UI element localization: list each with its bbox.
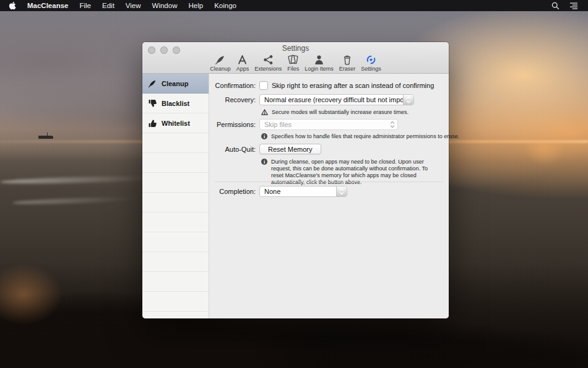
documents-icon bbox=[287, 53, 299, 65]
confirmation-label: Confirmation: bbox=[209, 82, 256, 89]
permissions-info: i Specifies how to handle files that req… bbox=[261, 133, 444, 140]
settings-pane: Confirmation: Skip right to erasing afte… bbox=[209, 74, 449, 318]
permissions-row: Permissions: Skip files bbox=[209, 119, 444, 130]
desktop: MacCleanse File Edit View Window Help Ko… bbox=[0, 0, 588, 368]
toolbar-item-settings[interactable]: Settings bbox=[361, 53, 381, 72]
confirmation-row: Confirmation: Skip right to erasing afte… bbox=[209, 81, 444, 90]
permissions-popup[interactable]: Skip files bbox=[259, 119, 398, 130]
apple-menu-icon[interactable] bbox=[9, 1, 16, 10]
permissions-label: Permissions: bbox=[209, 121, 256, 128]
menu-item-edit[interactable]: Edit bbox=[102, 0, 115, 11]
window-body: Cleanup Blacklist Whitelist bbox=[142, 74, 449, 318]
thumbs-down-icon bbox=[148, 99, 157, 108]
trash-icon bbox=[342, 53, 352, 65]
recovery-label: Recovery: bbox=[209, 96, 256, 103]
spotlight-search-icon[interactable] bbox=[551, 2, 560, 10]
info-icon: i bbox=[261, 159, 267, 165]
toolbar-item-eraser[interactable]: Eraser bbox=[339, 53, 356, 72]
menu-item-window[interactable]: Window bbox=[152, 0, 178, 11]
auto-quit-row: Auto-Quit: Reset Memory bbox=[209, 144, 444, 154]
section-divider bbox=[215, 182, 443, 182]
sidebar-empty-rows bbox=[142, 133, 209, 318]
toolbar-label: Login Items bbox=[305, 66, 334, 72]
toolbar-label: Eraser bbox=[339, 66, 356, 72]
feather-icon bbox=[215, 53, 225, 65]
recovery-popup-value: Normal erasure (recovery difficult but n… bbox=[260, 96, 403, 103]
person-icon bbox=[314, 53, 324, 65]
sunset-glow bbox=[517, 142, 573, 192]
completion-row: Completion: None bbox=[209, 186, 444, 197]
popup-stepper-icon bbox=[387, 120, 397, 129]
toolbar-item-apps[interactable]: Apps bbox=[236, 53, 249, 72]
sidebar-item-label: Whitelist bbox=[162, 120, 190, 127]
wave-foam bbox=[0, 175, 155, 185]
boat-silhouette bbox=[38, 136, 53, 139]
menu-item-koingo[interactable]: Koingo bbox=[214, 0, 236, 11]
popup-stepper-icon bbox=[403, 95, 413, 105]
window-titlebar: Settings Cleanup Apps bbox=[142, 42, 449, 74]
wave-foam bbox=[12, 196, 136, 206]
sidebar: Cleanup Blacklist Whitelist bbox=[142, 74, 209, 318]
completion-label: Completion: bbox=[209, 188, 256, 195]
warning-text: Secure modes will substantially increase… bbox=[272, 109, 409, 116]
checkbox-label[interactable]: Skip right to erasing after a scan inste… bbox=[272, 82, 434, 89]
orbit-sync-icon bbox=[366, 53, 376, 65]
recovery-warning: Secure modes will substantially increase… bbox=[261, 109, 444, 116]
menu-bar: MacCleanse File Edit View Window Help Ko… bbox=[0, 0, 588, 11]
thumbs-up-icon bbox=[148, 119, 157, 128]
popup-stepper-icon bbox=[336, 186, 347, 196]
recovery-row: Recovery: Normal erasure (recovery diffi… bbox=[209, 94, 444, 105]
toolbar-item-login-items[interactable]: Login Items bbox=[305, 53, 334, 72]
toolbar-label: Settings bbox=[361, 66, 381, 72]
window-toolbar: Cleanup Apps Extensions bbox=[142, 53, 449, 72]
sidebar-item-whitelist[interactable]: Whitelist bbox=[142, 113, 209, 133]
reset-memory-button[interactable]: Reset Memory bbox=[259, 144, 321, 154]
settings-window: Settings Cleanup Apps bbox=[142, 42, 449, 318]
completion-popup[interactable]: None bbox=[259, 186, 347, 197]
menu-item-help[interactable]: Help bbox=[188, 0, 203, 11]
toolbar-item-files[interactable]: Files bbox=[287, 53, 299, 72]
toolbar-item-extensions[interactable]: Extensions bbox=[254, 53, 282, 72]
warning-icon bbox=[261, 109, 268, 115]
completion-popup-value: None bbox=[260, 188, 336, 195]
menu-item-view[interactable]: View bbox=[126, 0, 141, 11]
share-nodes-icon bbox=[263, 53, 274, 65]
sidebar-item-label: Blacklist bbox=[162, 100, 189, 107]
menu-item-maccleanse[interactable]: MacCleanse bbox=[27, 0, 68, 11]
window-title: Settings bbox=[142, 44, 449, 53]
sidebar-item-cleanup[interactable]: Cleanup bbox=[142, 74, 209, 94]
skip-confirmation-checkbox[interactable] bbox=[259, 81, 268, 90]
permissions-popup-value: Skip files bbox=[260, 121, 387, 128]
info-icon: i bbox=[261, 133, 267, 139]
toolbar-label: Extensions bbox=[254, 66, 282, 72]
toolbar-item-cleanup[interactable]: Cleanup bbox=[210, 53, 231, 72]
permissions-info-text: Specifies how to handle files that requi… bbox=[271, 133, 459, 140]
toolbar-label: Apps bbox=[236, 66, 249, 72]
recovery-popup[interactable]: Normal erasure (recovery difficult but n… bbox=[259, 94, 414, 105]
toolbar-label: Files bbox=[287, 66, 299, 72]
sidebar-item-label: Cleanup bbox=[162, 80, 188, 87]
feather-icon bbox=[148, 79, 157, 88]
sidebar-item-blacklist[interactable]: Blacklist bbox=[142, 94, 209, 113]
auto-quit-label: Auto-Quit: bbox=[209, 146, 256, 153]
notification-center-icon[interactable] bbox=[569, 2, 578, 9]
app-store-a-icon bbox=[237, 53, 248, 65]
toolbar-label: Cleanup bbox=[210, 66, 231, 72]
menu-item-file[interactable]: File bbox=[79, 0, 91, 11]
